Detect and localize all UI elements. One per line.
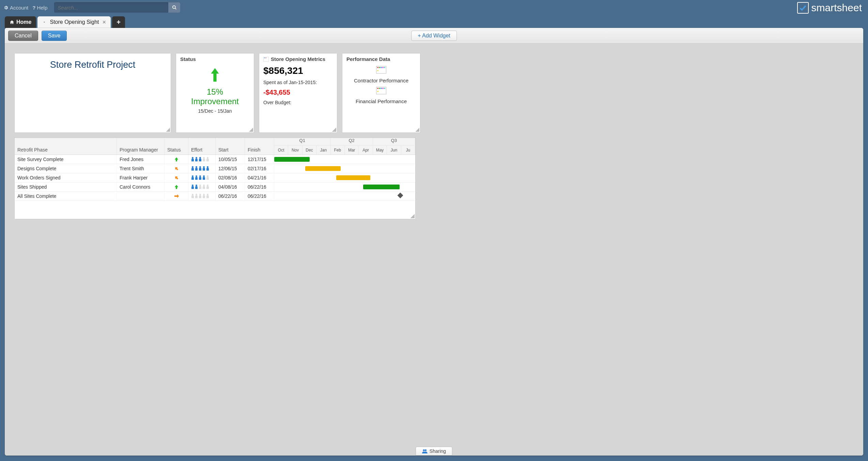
add-widget-button[interactable]: + Add Widget (411, 31, 457, 41)
metrics-total: $856,321 (263, 65, 333, 76)
cell-effort (188, 155, 216, 164)
tab-home-label: Home (16, 19, 31, 25)
sheet-icon (263, 57, 269, 62)
cell-finish: 06/22/16 (245, 192, 274, 201)
widget-status[interactable]: Status 15% Improvement 15/Dec - 15/Jan (176, 53, 254, 133)
cell-effort (188, 173, 216, 182)
status-header: Status (176, 53, 254, 63)
month-label: Jun (387, 145, 401, 155)
metrics-total-label: Spent as of Jan-15-2015: (263, 80, 333, 85)
home-icon (10, 20, 14, 25)
status-range: 15/Dec - 15/Jan (176, 108, 254, 114)
cell-status (165, 192, 188, 201)
save-button[interactable]: Save (42, 31, 67, 41)
col-header: Program Manager (117, 138, 165, 155)
widget-gantt[interactable]: Retrofit Phase Program Manager Status Ef… (14, 138, 416, 219)
gear-icon (3, 5, 9, 10)
widget-metrics[interactable]: Store Opening Metrics $856,321 Spent as … (259, 53, 337, 133)
question-icon: ? (32, 5, 35, 11)
cell-pm: Carol Connors (117, 182, 165, 191)
editor-toolbar: Cancel Save + Add Widget (5, 28, 514, 44)
col-header: Finish (245, 138, 274, 155)
metrics-header: Store Opening Metrics (271, 56, 325, 62)
cell-start: 02/08/16 (216, 173, 245, 182)
gantt-row[interactable]: All Sites Complete06/22/1606/22/16 (15, 192, 415, 201)
month-label: Jan (316, 145, 330, 155)
gantt-row[interactable]: Sites ShippedCarol Connors04/08/1606/22/… (15, 182, 415, 192)
widget-title[interactable]: Store Retrofit Project (14, 53, 171, 133)
search-box (54, 2, 180, 13)
tab-add[interactable]: + (112, 16, 125, 28)
tab-home[interactable]: Home (5, 16, 36, 28)
tab-strip: Home Store Opening Sight × + (0, 15, 514, 28)
month-label: Nov (288, 145, 302, 155)
month-label: Oct (274, 145, 288, 155)
month-label: Mar (345, 145, 359, 155)
month-label: Apr (359, 145, 373, 155)
cell-phase: All Sites Complete (15, 192, 117, 201)
cell-effort (188, 182, 216, 191)
svg-rect-3 (264, 58, 265, 58)
resize-handle[interactable] (415, 128, 419, 132)
page-frame: Cancel Save + Add Widget Store Retrofit … (5, 28, 514, 269)
dashboard-canvas[interactable]: Store Retrofit Project Status 15% Improv… (5, 44, 514, 269)
status-value: 15% (176, 87, 254, 97)
svg-point-0 (172, 6, 175, 9)
tab-document[interactable]: Store Opening Sight × (37, 16, 111, 28)
cell-timeline (274, 164, 415, 173)
cell-status (165, 173, 188, 182)
search-button[interactable] (168, 2, 180, 13)
perf-item-label: Financial Performance (342, 98, 420, 104)
metrics-delta: -$43,655 (263, 89, 333, 96)
cell-start: 12/06/15 (216, 164, 245, 173)
cell-finish: 04/21/16 (245, 173, 274, 182)
month-label: Ju (401, 145, 415, 155)
month-label: Dec (303, 145, 316, 155)
perf-item-label: Contractor Performance (342, 78, 420, 83)
cell-timeline (274, 173, 415, 182)
gantt-row[interactable]: Site Survey CompleteFred Jones10/05/1512… (15, 155, 415, 164)
account-link[interactable]: Account (3, 5, 28, 11)
tab-document-label: Store Opening Sight (50, 19, 99, 25)
cell-timeline (274, 192, 415, 201)
gantt-body: Site Survey CompleteFred Jones10/05/1512… (15, 155, 415, 201)
account-label: Account (10, 5, 28, 11)
resize-handle[interactable] (166, 128, 170, 132)
cell-finish: 12/17/15 (245, 155, 274, 164)
perf-item[interactable]: Contractor Performance (342, 66, 420, 83)
resize-handle[interactable] (332, 128, 336, 132)
cell-start: 04/08/16 (216, 182, 245, 191)
close-icon[interactable]: × (103, 19, 106, 26)
cell-pm: Fred Jones (117, 155, 165, 164)
cell-timeline (274, 155, 415, 164)
cell-phase: Sites Shipped (15, 182, 117, 191)
sheet-icon (376, 66, 386, 74)
search-input[interactable] (54, 5, 168, 11)
perf-item[interactable]: Financial Performance (342, 87, 420, 104)
cell-pm: Frank Harper (117, 173, 165, 182)
col-header: Effort (188, 138, 216, 155)
gantt-row[interactable]: Designs CompleteTrent Smith12/06/1502/17… (15, 164, 415, 173)
gantt-row[interactable]: Work Orders SignedFrank Harper02/08/1604… (15, 173, 415, 182)
metrics-delta-label: Over Budget: (263, 100, 333, 105)
dashboard-title: Store Retrofit Project (50, 60, 136, 132)
quarter-label: Q3 (373, 138, 415, 145)
cancel-button[interactable]: Cancel (8, 31, 38, 41)
resize-handle[interactable] (249, 128, 253, 132)
cell-timeline (274, 182, 415, 191)
help-link[interactable]: ? Help (32, 5, 47, 11)
cell-status (165, 155, 188, 164)
arrow-up-icon (176, 68, 254, 84)
quarter-label: Q1 (274, 138, 330, 145)
resize-handle[interactable] (410, 214, 415, 218)
top-bar: Account ? Help (0, 0, 514, 15)
svg-rect-4 (265, 58, 266, 58)
cell-finish: 02/17/16 (245, 164, 274, 173)
svg-line-1 (175, 8, 176, 10)
cell-status (165, 182, 188, 191)
chevron-down-icon[interactable] (42, 20, 46, 24)
cell-start: 06/22/16 (216, 192, 245, 201)
widget-performance[interactable]: Performance Data Contractor Performance … (342, 53, 420, 133)
cell-start: 10/05/15 (216, 155, 245, 164)
col-header: Status (165, 138, 188, 155)
